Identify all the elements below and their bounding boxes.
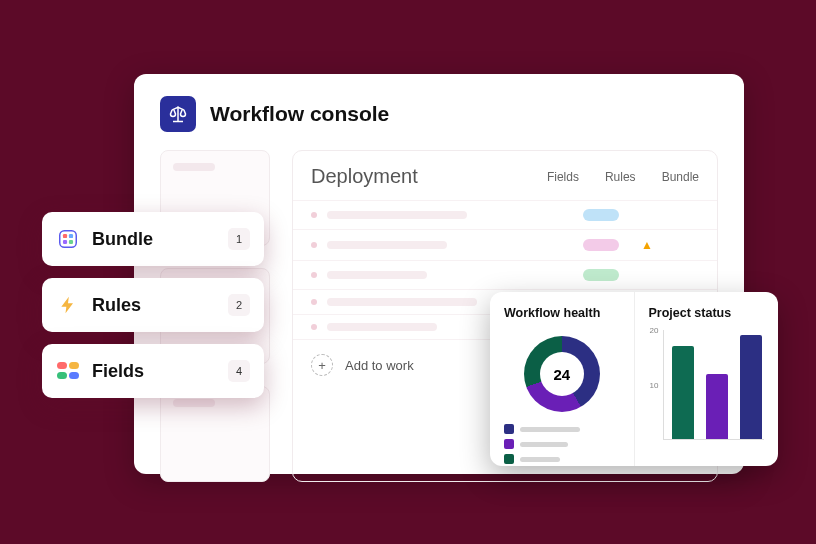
col-rules[interactable]: Rules: [605, 170, 636, 184]
donut-chart: 24: [524, 336, 600, 412]
scales-icon: [160, 96, 196, 132]
bundle-card[interactable]: Bundle 1: [42, 212, 264, 266]
donut-legend: [504, 424, 620, 464]
bundle-icon: [56, 227, 80, 251]
panel-header: Workflow console: [160, 96, 718, 132]
table-row[interactable]: [293, 200, 717, 229]
workflow-health-widget: Workflow health 24: [490, 292, 635, 466]
svg-rect-6: [69, 362, 79, 369]
count-badge: 4: [228, 360, 250, 382]
bar-chart: 20 10: [663, 330, 765, 440]
svg-rect-3: [63, 240, 67, 244]
col-fields[interactable]: Fields: [547, 170, 579, 184]
field-pill: [583, 269, 619, 281]
svg-rect-7: [57, 372, 67, 379]
table-row[interactable]: ▲: [293, 229, 717, 260]
col-bundle[interactable]: Bundle: [662, 170, 699, 184]
add-label: Add to work: [345, 358, 414, 373]
column-headers: Fields Rules Bundle: [547, 170, 699, 184]
stats-panel: Workflow health 24 Project status 20 10: [490, 292, 778, 466]
svg-rect-5: [57, 362, 67, 369]
donut-value: 24: [540, 352, 584, 396]
rules-card[interactable]: Rules 2: [42, 278, 264, 332]
svg-rect-2: [69, 234, 73, 238]
plus-icon[interactable]: +: [311, 354, 333, 376]
bar: [706, 374, 728, 439]
svg-rect-4: [69, 240, 73, 244]
field-pill: [583, 209, 619, 221]
count-badge: 1: [228, 228, 250, 250]
card-label: Fields: [92, 361, 216, 382]
card-label: Bundle: [92, 229, 216, 250]
count-badge: 2: [228, 294, 250, 316]
ghost-card[interactable]: [160, 386, 270, 482]
bar: [672, 346, 694, 439]
card-label: Rules: [92, 295, 216, 316]
warning-icon: ▲: [641, 238, 653, 252]
status-title: Project status: [649, 306, 765, 320]
project-status-widget: Project status 20 10: [635, 292, 779, 466]
page-title: Workflow console: [210, 102, 389, 126]
fields-card[interactable]: Fields 4: [42, 344, 264, 398]
field-pill: [583, 239, 619, 251]
table-row[interactable]: [293, 260, 717, 289]
bolt-icon: [56, 293, 80, 317]
health-title: Workflow health: [504, 306, 620, 320]
svg-rect-8: [69, 372, 79, 379]
svg-rect-0: [60, 231, 77, 248]
fields-icon: [56, 359, 80, 383]
bar: [740, 335, 762, 439]
section-title: Deployment: [311, 165, 418, 188]
svg-rect-1: [63, 234, 67, 238]
